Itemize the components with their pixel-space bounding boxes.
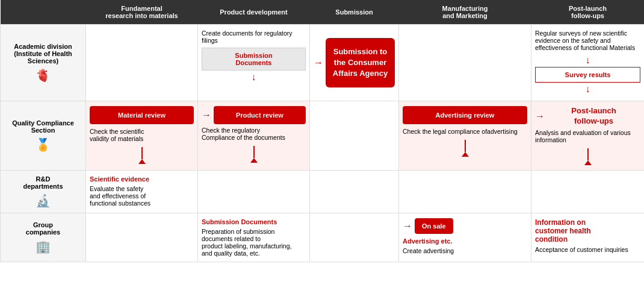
rnd-submission-cell <box>310 170 399 213</box>
scientific-evidence-label: Scientific evidence <box>90 175 194 183</box>
customer-health-text: Acceptance of customer inquiries <box>535 246 640 253</box>
header-fundamental: Fundamental research into materials <box>86 0 198 25</box>
header-label-col <box>1 0 86 25</box>
arrow-down-post: ↓ <box>535 84 640 95</box>
submission-agency-cell: → Submission to the Consumer Affairs Age… <box>310 25 399 101</box>
rnd-label: R&D departments <box>23 175 63 190</box>
postlaunch-followups-container: Post-launch follow-ups <box>547 106 640 127</box>
on-sale-label: On sale <box>422 222 446 230</box>
rnd-manufacturing-cell <box>399 170 531 213</box>
survey-results-box: Survey results <box>535 67 640 83</box>
arrow-up-head-material <box>138 159 146 164</box>
academic-icon: 🫀 <box>3 68 83 83</box>
header-postlaunch: Post-launch follow-ups <box>531 0 645 25</box>
academic-survey-text: Regular surveys of new scientific eviden… <box>535 30 640 51</box>
row-label-academic: Academic division (Institute of Health S… <box>1 25 86 101</box>
product-review-text: Check the regulatory Compliance of the d… <box>202 127 306 141</box>
quality-productdev-cell: → Product review Check the regulatory Co… <box>198 101 310 171</box>
group-submission-cell <box>310 213 399 262</box>
group-submission-docs-label: Submission Documents <box>202 218 306 225</box>
row-label-rnd: R&D departments 🔬 <box>1 170 86 213</box>
survey-results-label: Survey results <box>565 71 611 78</box>
material-review-text: Check the scientific validity of materia… <box>90 128 194 142</box>
arrow-up-head-post <box>584 160 592 165</box>
quality-icon: 🏅 <box>3 137 83 152</box>
header-submission: Submission <box>310 0 399 25</box>
group-postlaunch-cell: Information on customer health condition… <box>531 213 645 262</box>
academic-postlaunch-cell: Regular surveys of new scientific eviden… <box>531 25 645 101</box>
arrow-down-survey: ↓ <box>535 55 640 66</box>
arrow-up-head-product <box>250 158 258 163</box>
arrow-up-head-adv <box>462 152 469 157</box>
header-manufacturing: Manufacturing and Marketing <box>399 0 531 25</box>
header-manufacturing-text: Manufacturing and Marketing <box>442 5 488 19</box>
arrow-right-product: → <box>202 110 211 121</box>
academic-fundamental-cell <box>86 25 198 101</box>
arrow-up-line-adv <box>465 140 466 152</box>
arrow-to-submission: → <box>314 57 323 68</box>
arrow-up-line-post <box>587 148 589 160</box>
row-label-quality: Quality Compliance Section 🏅 <box>1 101 86 171</box>
academic-manufacturing-cell <box>399 25 531 101</box>
product-review-label: Product review <box>236 112 283 119</box>
quality-submission-cell <box>310 101 399 171</box>
submission-agency-label: Submission to the Consumer Affairs Agenc… <box>333 47 388 78</box>
rnd-postlaunch-cell <box>531 170 645 213</box>
academic-label: Academic division (Institute of Health S… <box>14 43 72 64</box>
postlaunch-followups-label: Post-launch follow-ups <box>547 106 640 127</box>
header-fundamental-text: Fundamental research into materials <box>105 5 178 19</box>
advertising-review-text: Check the legal compliance ofadvertising <box>403 128 527 135</box>
submission-agency-box: Submission to the Consumer Affairs Agenc… <box>326 38 395 88</box>
quality-manufacturing-cell: Advertising review Check the legal compl… <box>399 101 531 171</box>
group-icon: 🏢 <box>3 239 83 254</box>
arrow-down-submission: ↓ <box>202 72 306 83</box>
material-review-box: Material review <box>90 106 194 124</box>
group-fundamental-cell <box>86 213 198 262</box>
rnd-icon: 🔬 <box>3 193 83 208</box>
rnd-productdev-cell <box>198 170 310 213</box>
group-label: Group companies <box>26 221 60 236</box>
header-product-dev: Product development <box>198 0 310 25</box>
product-review-box: Product review <box>214 106 306 124</box>
header-postlaunch-text: Post-launch follow-ups <box>569 5 607 19</box>
postlaunch-followups-text: Analysis and evaluation of various infor… <box>535 129 640 143</box>
header-submission-text: Submission <box>335 8 373 16</box>
arrow-right-postlaunch: → <box>535 111 545 122</box>
customer-health-label: Information on customer health condition <box>535 218 640 244</box>
submission-docs-label: Submission Documents <box>235 52 272 66</box>
group-manufacturing-cell: → On sale Advertising etc. Create advert… <box>399 213 531 262</box>
scientific-evidence-text: Evaluate the safety and effectiveness of… <box>90 185 194 207</box>
group-productdev-cell: Submission Documents Preparation of subm… <box>198 213 310 262</box>
quality-postlaunch-cell: → Post-launch follow-ups Analysis and ev… <box>531 101 645 171</box>
advertising-etc-label: Advertising etc. <box>403 238 527 245</box>
submission-documents-box-academic: Submission Documents <box>202 48 306 71</box>
academic-create-docs-text: Create documents for regulatory filings <box>202 30 306 44</box>
group-submission-docs-text: Preparation of submission documents rela… <box>202 228 306 257</box>
header-product-text: Product development <box>220 8 287 16</box>
quality-label: Quality Compliance Section <box>12 119 74 134</box>
arrow-onsale: → <box>403 221 412 231</box>
advertising-review-box: Advertising review <box>403 106 527 124</box>
on-sale-box: On sale <box>415 218 453 234</box>
rnd-fundamental-cell: Scientific evidence Evaluate the safety … <box>86 170 198 213</box>
arrow-up-line-product <box>253 146 255 158</box>
quality-fundamental-cell: Material review Check the scientific val… <box>86 101 198 171</box>
advertising-etc-text: Create advertising <box>403 247 527 254</box>
academic-productdev-cell: Create documents for regulatory filings … <box>198 25 310 101</box>
material-review-label: Material review <box>118 112 166 119</box>
row-label-group: Group companies 🏢 <box>1 213 86 262</box>
advertising-review-label: Advertising review <box>436 112 495 119</box>
arrow-up-line-material <box>141 147 143 159</box>
